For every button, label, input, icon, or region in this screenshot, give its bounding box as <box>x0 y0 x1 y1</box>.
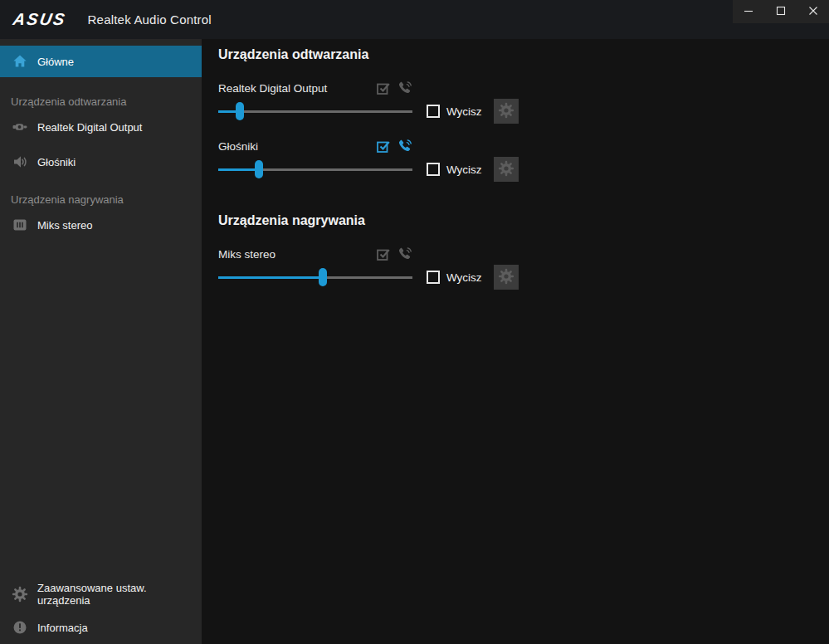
sidebar-item-zaawansowane-ustaw-urz-dzenia[interactable]: Zaawansowane ustaw. urządzenia <box>0 578 202 611</box>
sidebar-item-label: Miks stereo <box>37 219 92 232</box>
volume-slider-thumb[interactable] <box>236 102 244 120</box>
sidebar-sections: Urządzenia odtwarzania Realtek Digital O… <box>0 77 202 242</box>
device-settings-button[interactable] <box>494 99 519 124</box>
mute-label: Wycisz <box>446 271 482 284</box>
close-button[interactable] <box>797 0 829 23</box>
maximize-icon <box>776 6 786 18</box>
section-heading: Urządzenia odtwarzania <box>218 47 829 66</box>
speaker-icon <box>12 154 28 170</box>
volume-slider[interactable] <box>218 100 412 122</box>
main-panel: Urządzenia odtwarzania Realtek Digital O… <box>202 39 829 644</box>
home-icon <box>12 53 28 70</box>
volume-slider[interactable] <box>218 159 412 180</box>
default-device-icon[interactable] <box>376 139 391 154</box>
sidebar-section: Urządzenia odtwarzania Realtek Digital O… <box>0 95 202 178</box>
mute-label: Wycisz <box>446 105 482 118</box>
app-title: Realtek Audio Control <box>88 12 212 27</box>
close-icon <box>808 6 818 18</box>
sidebar-item-main[interactable]: Główne <box>0 46 202 77</box>
mute-toggle[interactable]: Wycisz <box>427 163 482 176</box>
volume-slider[interactable] <box>218 266 412 288</box>
default-comm-icon[interactable] <box>397 139 412 154</box>
gear-icon <box>498 268 514 287</box>
sidebar-item-label: Realtek Digital Output <box>37 121 142 134</box>
sidebar-item-informacja[interactable]: Informacja <box>0 611 202 644</box>
volume-slider-thumb[interactable] <box>255 160 263 178</box>
gear-icon <box>498 102 514 121</box>
gear-icon <box>498 160 514 179</box>
window-controls <box>733 0 829 23</box>
device-settings-button[interactable] <box>494 265 519 290</box>
device-name: Miks stereo <box>218 248 276 261</box>
default-device-icon[interactable] <box>376 246 391 261</box>
volume-slider-thumb[interactable] <box>319 268 327 286</box>
mute-label: Wycisz <box>446 163 482 176</box>
default-comm-icon[interactable] <box>397 80 412 95</box>
sidebar-footer: Zaawansowane ustaw. urządzenia Informacj… <box>0 578 202 644</box>
maximize-button[interactable] <box>765 0 797 23</box>
device-section: Urządzenia odtwarzania Realtek Digital O… <box>218 47 829 182</box>
default-device-icon[interactable] <box>376 80 391 95</box>
sidebar-section-label: Urządzenia nagrywania <box>11 193 202 207</box>
sidebar-item-label: Głośniki <box>37 156 76 168</box>
minimize-icon <box>744 6 753 18</box>
sidebar-section-label: Urządzenia odtwarzania <box>11 95 202 109</box>
sidebar-item-label: Główne <box>37 56 74 68</box>
device-name: Głośniki <box>218 140 258 153</box>
device-name: Realtek Digital Output <box>218 82 327 95</box>
app-body: Główne Urządzenia odtwarzania Realtek Di… <box>0 39 829 644</box>
mute-toggle[interactable]: Wycisz <box>427 271 482 284</box>
mute-checkbox[interactable] <box>427 105 440 118</box>
mute-checkbox[interactable] <box>427 163 440 176</box>
titlebar: ASUS Realtek Audio Control <box>0 0 829 39</box>
minimize-button[interactable] <box>733 0 765 23</box>
app-window: ASUS Realtek Audio Control Główne Urządz… <box>0 0 829 644</box>
mute-toggle[interactable]: Wycisz <box>427 105 482 118</box>
mute-checkbox[interactable] <box>427 271 440 284</box>
device-settings-button[interactable] <box>494 157 519 182</box>
default-comm-icon[interactable] <box>397 246 412 261</box>
info-icon <box>12 619 28 636</box>
sidebar-section: Urządzenia nagrywania Miks stereo <box>0 193 202 242</box>
sidebar-item-miks-stereo[interactable]: Miks stereo <box>0 208 202 242</box>
digital-output-icon <box>12 119 28 135</box>
section-heading: Urządzenia nagrywania <box>218 213 829 232</box>
sidebar: Główne Urządzenia odtwarzania Realtek Di… <box>0 39 202 644</box>
sidebar-item-realtek-digital-output[interactable]: Realtek Digital Output <box>0 110 202 144</box>
sidebar-item-label: Informacja <box>37 622 88 634</box>
sidebar-item-label: Zaawansowane ustaw. urządzenia <box>37 582 202 607</box>
sidebar-item-g-o-niki[interactable]: Głośniki <box>0 145 202 178</box>
stereo-mix-icon <box>12 217 28 233</box>
gear-icon <box>12 586 28 603</box>
device-row: Realtek Digital Output Wycisz <box>218 79 829 124</box>
asus-logo: ASUS <box>12 10 68 29</box>
device-section: Urządzenia nagrywania Miks stereo Wycisz <box>218 213 829 290</box>
device-row: Miks stereo Wycisz <box>218 245 829 290</box>
device-row: Głośniki Wycisz <box>218 137 829 182</box>
